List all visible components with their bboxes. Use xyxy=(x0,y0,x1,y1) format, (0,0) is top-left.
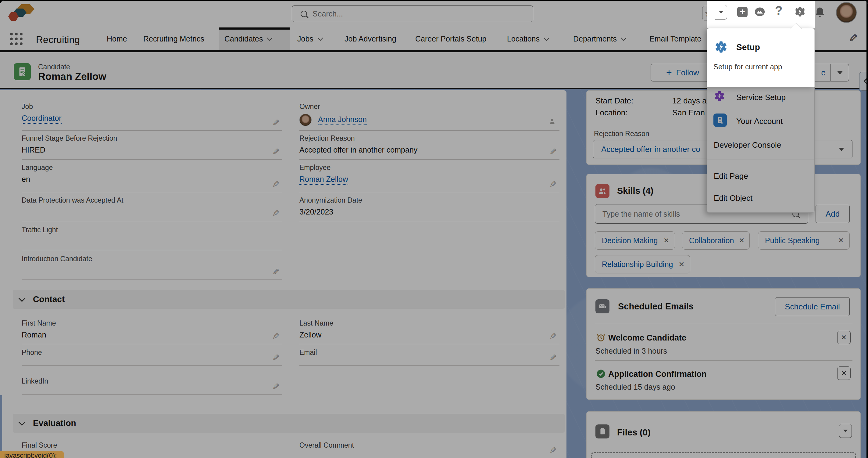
app-window: ★ Recruiting Home Recruiting Metrics Can… xyxy=(0,0,868,458)
window-top-edge xyxy=(0,0,868,1)
trailhead-icon[interactable] xyxy=(753,5,767,20)
setup-blue-gear-icon xyxy=(714,40,728,55)
link-status-tooltip: javascript:void(0); xyxy=(0,451,64,458)
help-icon[interactable]: ? xyxy=(775,4,782,18)
menu-item-setup[interactable]: Setup xyxy=(736,42,760,52)
setup-gear-icon[interactable] xyxy=(794,5,806,19)
setup-menu-subtitle: Setup for current app xyxy=(713,62,782,71)
favorites-caret-icon[interactable] xyxy=(715,5,727,20)
window-right-edge xyxy=(866,0,868,458)
quick-create-icon[interactable]: + xyxy=(737,7,748,17)
setup-menu-highlighted: Setup Setup for current app xyxy=(707,28,815,87)
spotlight-header-strip: + ? xyxy=(707,0,815,28)
